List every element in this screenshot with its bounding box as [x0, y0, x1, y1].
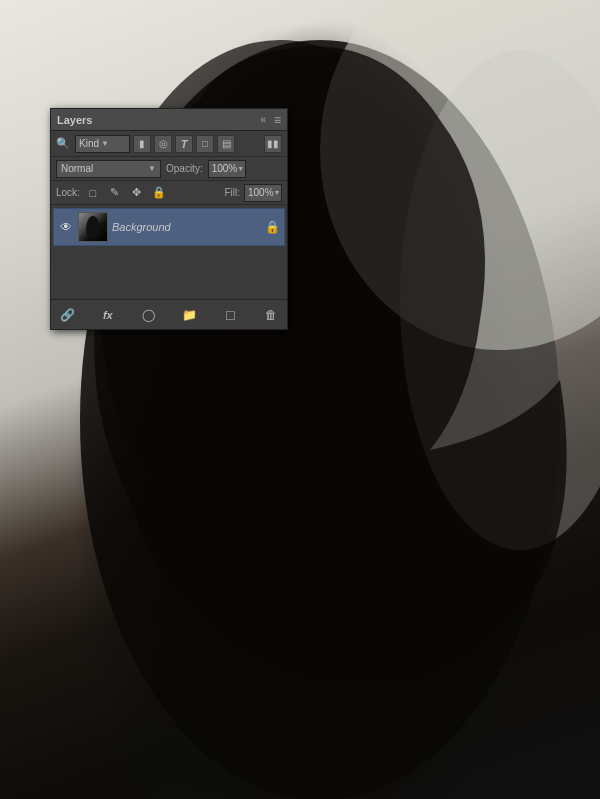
opacity-arrow: ▼ [237, 165, 244, 172]
layers-list: 👁 Background 🔒 [51, 205, 287, 299]
opacity-field[interactable]: 100% ▼ [208, 160, 246, 178]
lock-all-button[interactable]: 🔒 [150, 184, 168, 202]
panel-menu-button[interactable]: ≡ [274, 113, 281, 127]
layer-lock-icon: 🔒 [265, 220, 280, 234]
panel-collapse-button[interactable]: « [260, 114, 266, 125]
blend-mode-dropdown[interactable]: Normal ▼ [56, 160, 161, 178]
new-group-button[interactable]: 📁 [178, 304, 200, 326]
layer-thumb-content [79, 213, 107, 241]
opacity-label: Opacity: [166, 163, 203, 174]
blend-dropdown-arrow: ▼ [148, 164, 156, 173]
filter-bar: 🔍 Kind ▼ ▮ ◎ T □ ▤ ▮▮ [51, 131, 287, 157]
panel-header-controls: « ≡ [260, 113, 281, 127]
filter-shape-button[interactable]: □ [196, 135, 214, 153]
layer-thumb-silhouette [86, 216, 100, 238]
new-fill-adjustment-button[interactable]: ◯ [138, 304, 160, 326]
layers-empty-area [51, 247, 287, 297]
filter-toggle-button[interactable]: ▮▮ [264, 135, 282, 153]
filter-smartobject-button[interactable]: ▤ [217, 135, 235, 153]
lock-pixels-button[interactable]: □ [84, 184, 102, 202]
panel-title: Layers [57, 114, 92, 126]
lock-label: Lock: [56, 187, 80, 198]
fill-field[interactable]: 100% ▼ [244, 184, 282, 202]
search-icon: 🔍 [56, 137, 70, 150]
panel-toolbar: 🔗 fx ◯ 📁 □ 🗑 [51, 299, 287, 329]
new-layer-button[interactable]: □ [219, 304, 241, 326]
fx-button[interactable]: fx [97, 304, 119, 326]
panel-header: Layers « ≡ [51, 109, 287, 131]
lock-image-button[interactable]: ✎ [106, 184, 124, 202]
layers-panel: Layers « ≡ 🔍 Kind ▼ ▮ ◎ T □ ▤ ▮▮ Normal … [50, 108, 288, 330]
filter-adjustment-button[interactable]: ◎ [154, 135, 172, 153]
fill-arrow: ▼ [274, 189, 281, 196]
kind-dropdown[interactable]: Kind ▼ [75, 135, 130, 153]
layer-thumbnail [78, 212, 108, 242]
delete-layer-button[interactable]: 🗑 [260, 304, 282, 326]
layer-name: Background [112, 221, 261, 233]
fill-value: 100% [248, 187, 274, 198]
blend-mode-label: Normal [61, 163, 93, 174]
filter-pixel-button[interactable]: ▮ [133, 135, 151, 153]
fill-label: Fill: [224, 187, 240, 198]
filter-type-button[interactable]: T [175, 135, 193, 153]
link-layers-button[interactable]: 🔗 [56, 304, 78, 326]
blend-opacity-row: Normal ▼ Opacity: 100% ▼ [51, 157, 287, 181]
lock-fill-row: Lock: □ ✎ ✥ 🔒 Fill: 100% ▼ [51, 181, 287, 205]
lock-position-button[interactable]: ✥ [128, 184, 146, 202]
layer-item-background[interactable]: 👁 Background 🔒 [53, 208, 285, 246]
kind-dropdown-arrow: ▼ [101, 139, 109, 148]
opacity-value: 100% [212, 163, 238, 174]
layer-visibility-toggle[interactable]: 👁 [58, 219, 74, 235]
